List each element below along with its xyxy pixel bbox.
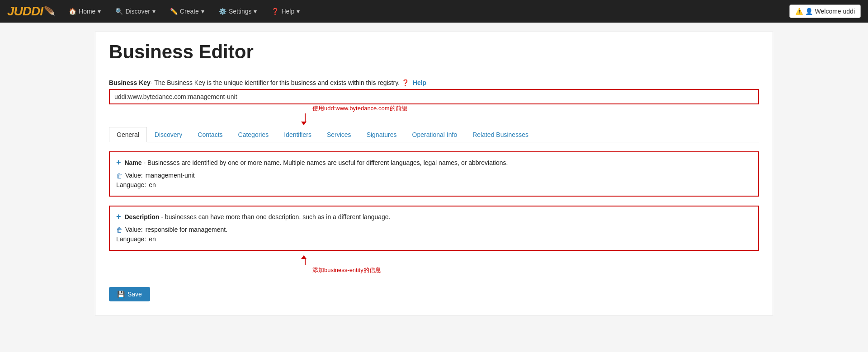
nav-item-home[interactable]: 🏠 Home ▾ [62, 0, 107, 23]
business-key-bold: Business Key [109, 79, 151, 86]
nav-help-label: Help [281, 8, 294, 15]
logo-feather-icon: 🪶 [44, 6, 55, 17]
welcome-label: Welcome uddi [815, 8, 855, 15]
business-key-label: Business Key- The Business Key is the un… [109, 79, 759, 86]
navbar: JUDDI 🪶 🏠 Home ▾ 🔍 Discover ▾ ✏️ Create … [0, 0, 868, 23]
tab-contacts[interactable]: Contacts [190, 127, 230, 142]
page-container: Business Editor Business Key- The Busine… [95, 32, 773, 315]
create-icon: ✏️ [170, 8, 178, 15]
tab-related-businesses[interactable]: Related Businesses [465, 127, 536, 142]
key-annotation-text: 使用udd:www.bytedance.com的前缀 [312, 104, 407, 113]
description-delete-icon[interactable]: 🗑 [116, 226, 123, 234]
description-section-desc: - businesses can have more than one desc… [161, 213, 390, 221]
nav-discover-caret: ▾ [152, 8, 156, 15]
discover-icon: 🔍 [115, 8, 123, 15]
description-value-row: 🗑 Value: responsible for management. [116, 226, 752, 234]
lower-arrow-line [305, 259, 306, 265]
nav-home-caret: ▾ [98, 8, 101, 15]
save-button[interactable]: 💾 Save [109, 287, 150, 301]
page-title: Business Editor [109, 41, 759, 70]
key-annotation-arrow: 使用udd:www.bytedance.com的前缀 [299, 104, 407, 125]
home-icon: 🏠 [69, 8, 76, 15]
tabs-container: General Discovery Contacts Categories Id… [109, 127, 759, 142]
nav-discover-label: Discover [125, 8, 150, 15]
help-circle-icon: ❓ [401, 79, 409, 86]
brand-logo[interactable]: JUDDI 🪶 [7, 4, 55, 19]
description-language-row: Language: en [116, 235, 752, 243]
nav-settings-caret: ▾ [254, 8, 257, 15]
name-language-value: en [149, 181, 156, 188]
name-section-title: Name [124, 159, 142, 166]
description-language-label: Language: [116, 235, 146, 243]
help-icon: ❓ [271, 8, 279, 15]
nav-create-label: Create [180, 8, 199, 15]
name-section-box: + Name - Businesses are identified by on… [109, 151, 759, 197]
save-label: Save [127, 291, 142, 298]
tab-identifiers[interactable]: Identifiers [276, 127, 319, 142]
lower-annotation-text: 添加business-entity的信息 [312, 266, 381, 274]
description-add-icon[interactable]: + [116, 212, 121, 221]
nav-settings-label: Settings [229, 8, 252, 15]
tab-categories[interactable]: Categories [231, 127, 277, 142]
save-icon: 💾 [117, 291, 125, 298]
business-key-desc: - The Business Key is the unique identif… [151, 79, 400, 86]
user-icon: 👤 [805, 8, 813, 15]
description-value-label: Value: [125, 226, 143, 233]
settings-icon: ⚙️ [219, 8, 226, 15]
nav-home-label: Home [79, 8, 95, 15]
arrow-head-key [301, 122, 307, 125]
help-link[interactable]: Help [413, 79, 426, 86]
name-language-label: Language: [116, 181, 146, 188]
key-annotation-wrapper: 使用udd:www.bytedance.com的前缀 [109, 104, 759, 122]
description-section-box: + Description - businesses can have more… [109, 206, 759, 251]
nav-help-caret: ▾ [297, 8, 300, 15]
business-key-input[interactable] [109, 89, 759, 104]
description-section-title: Description [124, 213, 159, 221]
warning-icon: ⚠️ [795, 8, 803, 15]
nav-item-discover[interactable]: 🔍 Discover ▾ [109, 0, 161, 23]
name-add-icon[interactable]: + [116, 158, 121, 167]
name-value-label: Value: [125, 172, 143, 179]
name-value: management-unit [146, 172, 195, 179]
tab-general[interactable]: General [109, 127, 147, 142]
business-key-wrapper [109, 89, 759, 104]
name-delete-icon[interactable]: 🗑 [116, 172, 123, 179]
name-section-desc: - Businesses are identified by one or mo… [143, 159, 508, 166]
lower-annotation-inner: 添加business-entity的信息 [299, 255, 381, 274]
name-section-header: + Name - Businesses are identified by on… [116, 158, 752, 167]
name-value-row: 🗑 Value: management-unit [116, 172, 752, 179]
nav-item-create[interactable]: ✏️ Create ▾ [164, 0, 211, 23]
description-value: responsible for management. [146, 226, 227, 233]
description-language-value: en [149, 235, 156, 243]
tab-signatures[interactable]: Signatures [359, 127, 405, 142]
lower-arrow-head [301, 255, 307, 259]
lower-annotation-wrapper: 添加business-entity的信息 [109, 260, 759, 282]
description-section-header: + Description - businesses can have more… [116, 212, 752, 221]
tab-operational-info[interactable]: Operational Info [405, 127, 465, 142]
nav-create-caret: ▾ [201, 8, 204, 15]
nav-item-help[interactable]: ❓ Help ▾ [265, 0, 306, 23]
logo-text: JUDDI [7, 4, 43, 19]
arrow-line-key [305, 113, 306, 122]
name-language-row: Language: en [116, 181, 752, 188]
nav-item-settings[interactable]: ⚙️ Settings ▾ [212, 0, 264, 23]
welcome-button[interactable]: ⚠️ 👤 Welcome uddi [789, 5, 861, 18]
tab-services[interactable]: Services [319, 127, 359, 142]
tab-discovery[interactable]: Discovery [147, 127, 190, 142]
